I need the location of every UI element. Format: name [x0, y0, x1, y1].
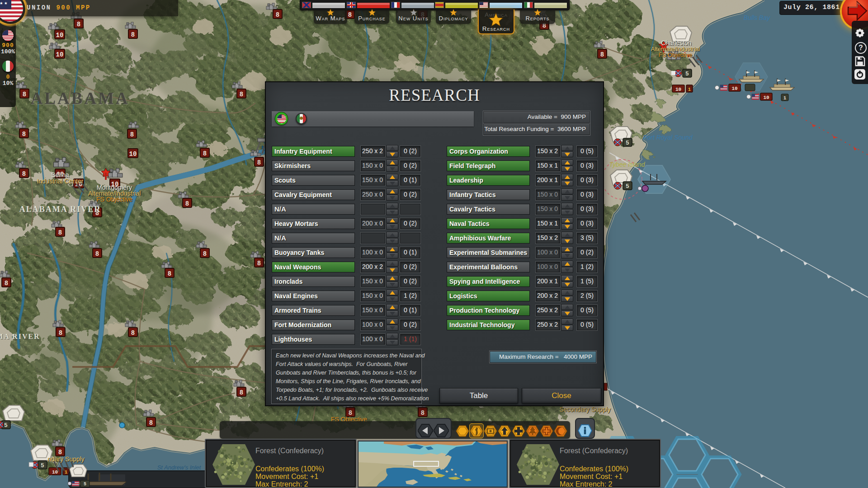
svg-text:10: 10 [52, 469, 58, 475]
svg-text:8: 8 [22, 170, 26, 178]
svg-text:Industrial Center: Industrial Center [37, 178, 84, 185]
svg-text:10: 10 [731, 86, 737, 91]
svg-text:8: 8 [421, 409, 425, 417]
svg-text:1: 1 [688, 87, 691, 92]
svg-text:8: 8 [5, 280, 8, 287]
svg-text:10: 10 [56, 32, 64, 39]
svg-text:10: 10 [129, 150, 137, 158]
svg-text:8: 8 [600, 51, 604, 58]
svg-text:8: 8 [95, 250, 99, 258]
svg-text:FS Objective: FS Objective [96, 196, 132, 203]
svg-text:8: 8 [240, 389, 243, 396]
svg-text:5: 5 [626, 140, 629, 146]
svg-text:ALABAMA RIVER: ALABAMA RIVER [19, 205, 101, 214]
svg-text:8: 8 [185, 200, 189, 207]
svg-text:8: 8 [257, 159, 261, 166]
svg-text:8: 8 [23, 91, 26, 98]
svg-text:FS Objective: FS Objective [659, 52, 692, 58]
svg-text:8: 8 [131, 31, 135, 38]
svg-text:10: 10 [56, 51, 64, 58]
svg-text:8: 8 [131, 329, 135, 337]
svg-text:10: 10 [763, 95, 769, 100]
svg-text:8: 8 [149, 419, 153, 427]
svg-text:Secondary Supply: Secondary Supply [559, 406, 611, 413]
svg-text:8: 8 [58, 449, 62, 456]
svg-text:5: 5 [626, 183, 629, 190]
svg-text:5: 5 [4, 422, 8, 429]
svg-text:8: 8 [257, 260, 261, 267]
svg-text:8: 8 [348, 11, 352, 19]
svg-text:ndary Supply: ndary Supply [47, 455, 85, 463]
svg-text:8: 8 [22, 131, 26, 138]
svg-text:Tybee Island: Tybee Island [609, 161, 645, 168]
svg-text:8: 8 [77, 21, 80, 28]
svg-text:10: 10 [675, 87, 681, 92]
svg-text:8: 8 [59, 329, 62, 337]
svg-text:5: 5 [41, 462, 44, 469]
svg-text:8: 8 [276, 11, 279, 19]
svg-text:8: 8 [203, 150, 207, 157]
svg-text:Port Royal Sound: Port Royal Sound [643, 134, 693, 141]
svg-text:ALABAMA: ALABAMA [30, 89, 129, 108]
svg-text:5: 5 [685, 70, 689, 77]
svg-text:8: 8 [130, 131, 134, 138]
svg-text:5: 5 [84, 482, 86, 487]
svg-text:1: 1 [783, 96, 786, 101]
svg-text:1: 1 [65, 470, 67, 475]
svg-text:8: 8 [168, 270, 171, 277]
svg-text:8: 8 [58, 229, 62, 236]
svg-text:St Andrew's Inlet: St Andrew's Inlet [157, 464, 202, 471]
svg-text:8: 8 [240, 91, 243, 98]
svg-text:MA RIVER: MA RIVER [0, 333, 40, 340]
svg-text:8: 8 [203, 250, 207, 258]
svg-text:Bulls Bay: Bulls Bay [744, 14, 770, 21]
